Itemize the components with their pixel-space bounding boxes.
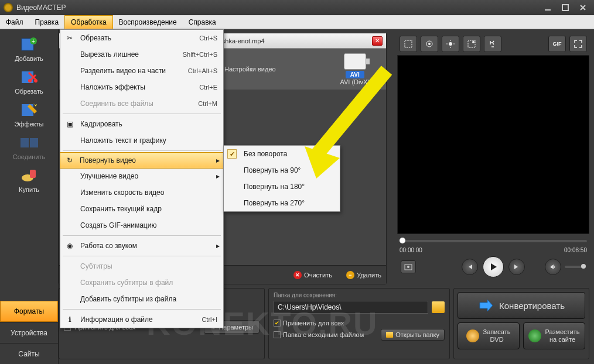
folder-icon bbox=[386, 332, 393, 338]
menu-справка[interactable]: Справка bbox=[183, 15, 222, 29]
menu-item[interactable]: Улучшение видео▸ bbox=[60, 168, 223, 184]
next-button[interactable] bbox=[508, 259, 525, 275]
camera-icon bbox=[344, 53, 366, 70]
globe-icon bbox=[528, 329, 541, 342]
minimize-button[interactable] bbox=[540, 3, 555, 12]
open-folder-button[interactable]: Открыть папку bbox=[381, 329, 445, 341]
add-icon: + bbox=[16, 34, 42, 55]
menu-item[interactable]: ▣Кадрировать bbox=[60, 116, 223, 132]
save-apply-all-checkbox[interactable]: ✔ bbox=[274, 320, 281, 327]
upload-web-button[interactable]: Разместитьна сайте bbox=[523, 322, 585, 349]
svg-rect-10 bbox=[21, 138, 29, 147]
menu-обработка[interactable]: Обработка bbox=[64, 15, 113, 29]
sidebar-effects-button[interactable]: Эффекты bbox=[6, 99, 53, 128]
source-folder-checkbox[interactable] bbox=[274, 331, 281, 338]
sidebar-cut-button[interactable]: Обрезать bbox=[6, 67, 53, 95]
menu-item[interactable]: Создать GIF-анимацию bbox=[60, 217, 223, 233]
preview-panel: GIF 00:00:00 00:08:50 bbox=[397, 33, 589, 284]
speed-tool-button[interactable] bbox=[484, 36, 501, 52]
clear-list-button[interactable]: ✕ Очистить bbox=[293, 271, 332, 279]
video-settings-link[interactable]: ⚙ Настройки видео bbox=[216, 66, 276, 73]
window-title: ВидеоМАСТЕР bbox=[16, 4, 66, 12]
save-folder-panel: Папка для сохранения: ✔ Применить для вс… bbox=[268, 288, 450, 359]
svg-rect-1 bbox=[562, 5, 568, 11]
rotate-submenu: ✔Без поворотаПовернуть на 90°Повернуть н… bbox=[223, 145, 340, 212]
file-close-button[interactable]: ✕ bbox=[372, 36, 383, 46]
svg-point-17 bbox=[449, 42, 452, 46]
cut-icon bbox=[16, 67, 42, 88]
menu-воспроизведение[interactable]: Воспроизведение bbox=[113, 15, 183, 29]
menu-item[interactable]: ↻Повернуть видео▸ bbox=[60, 152, 224, 169]
effects-tool-button[interactable] bbox=[463, 36, 480, 52]
svg-point-8 bbox=[28, 79, 32, 83]
svg-text:+: + bbox=[32, 38, 35, 44]
menu-item[interactable]: Вырезать лишнееShift+Ctrl+S bbox=[60, 46, 223, 63]
browse-folder-button[interactable] bbox=[432, 301, 445, 313]
close-button[interactable] bbox=[575, 3, 590, 12]
volume-button[interactable] bbox=[545, 259, 561, 275]
rotate-icon: ↻ bbox=[64, 154, 76, 166]
dvd-icon bbox=[466, 329, 479, 342]
effects-icon bbox=[16, 99, 42, 121]
burn-dvd-button[interactable]: ЗаписатьDVD bbox=[458, 322, 520, 349]
menu-правка[interactable]: Правка bbox=[29, 15, 65, 29]
menu-файл[interactable]: Файл bbox=[0, 15, 29, 29]
menu-item[interactable]: ℹИнформация о файлеCtrl+I bbox=[60, 311, 223, 328]
crop-tool-button[interactable] bbox=[400, 36, 417, 52]
action-panel: Конвертировать ЗаписатьDVD Разместитьна … bbox=[453, 288, 589, 359]
fullscreen-button[interactable] bbox=[569, 36, 587, 52]
video-preview[interactable] bbox=[397, 55, 589, 234]
chevron-right-icon: ▸ bbox=[216, 156, 220, 164]
sound-icon: ◉ bbox=[64, 240, 76, 252]
submenu-item[interactable]: Повернуть на 270° bbox=[224, 195, 340, 211]
save-folder-label: Папка для сохранения: bbox=[274, 292, 445, 298]
play-button[interactable] bbox=[483, 256, 504, 277]
menu-item: Соединить все файлыCtrl+M bbox=[60, 95, 223, 112]
buy-icon bbox=[16, 165, 42, 186]
tab-устройства[interactable]: Устройства bbox=[0, 322, 58, 343]
seek-bar[interactable] bbox=[397, 236, 589, 246]
svg-rect-0 bbox=[545, 9, 551, 11]
prev-button[interactable] bbox=[462, 259, 478, 275]
crop-icon: ▣ bbox=[64, 118, 76, 130]
submenu-item[interactable]: ✔Без поворота bbox=[224, 146, 340, 162]
delete-file-button[interactable]: − Удалить bbox=[346, 271, 381, 279]
save-path-input[interactable] bbox=[274, 301, 428, 314]
submenu-item[interactable]: Повернуть на 90° bbox=[224, 162, 340, 178]
sidebar-add-button[interactable]: +Добавить bbox=[6, 34, 53, 62]
join-icon bbox=[16, 132, 42, 153]
menu-item[interactable]: Добавить субтитры из файла bbox=[60, 291, 223, 307]
convert-button[interactable]: Конвертировать bbox=[458, 292, 585, 319]
svg-rect-13 bbox=[30, 170, 36, 178]
maximize-button[interactable] bbox=[558, 3, 573, 12]
file-format-indicator[interactable]: AVI AVI (DivX) bbox=[340, 53, 370, 85]
gif-tool-button[interactable]: GIF bbox=[548, 36, 566, 52]
info-icon: ℹ bbox=[64, 314, 76, 325]
app-logo-icon bbox=[4, 3, 13, 12]
menu-item[interactable]: ✂ОбрезатьCtrl+S bbox=[60, 30, 223, 46]
menu-item[interactable]: Разделить видео на частиCtrl+Alt+S bbox=[60, 63, 223, 79]
menu-item[interactable]: Изменить скорость видео bbox=[60, 184, 223, 201]
sidebar-buy-button[interactable]: Купить bbox=[6, 165, 53, 193]
svg-rect-11 bbox=[30, 138, 38, 147]
tab-сайты[interactable]: Сайты bbox=[0, 343, 58, 364]
check-icon: ✔ bbox=[227, 149, 237, 159]
convert-arrow-icon bbox=[478, 298, 493, 313]
menu-item: Субтитры bbox=[60, 258, 223, 274]
menu-item[interactable]: ◉Работа со звуком▸ bbox=[60, 238, 223, 254]
snapshot-button[interactable] bbox=[401, 260, 416, 273]
submenu-item[interactable]: Повернуть на 180° bbox=[224, 178, 340, 195]
volume-slider[interactable] bbox=[565, 266, 586, 268]
menu-item[interactable]: Наложить эффектыCtrl+E bbox=[60, 79, 223, 95]
menu-item: Сохранить субтитры в файл bbox=[60, 274, 223, 291]
time-current: 00:00:00 bbox=[400, 247, 422, 253]
svg-point-16 bbox=[428, 43, 431, 45]
enhance-tool-button[interactable] bbox=[421, 36, 438, 52]
tab-форматы[interactable]: Форматы bbox=[0, 301, 58, 322]
svg-rect-6 bbox=[22, 71, 33, 83]
svg-point-23 bbox=[472, 41, 474, 43]
svg-rect-14 bbox=[405, 40, 412, 47]
brightness-tool-button[interactable] bbox=[442, 36, 459, 52]
menu-item[interactable]: Сохранить текущий кадр bbox=[60, 201, 223, 217]
menu-item[interactable]: Наложить текст и графику bbox=[60, 132, 223, 149]
